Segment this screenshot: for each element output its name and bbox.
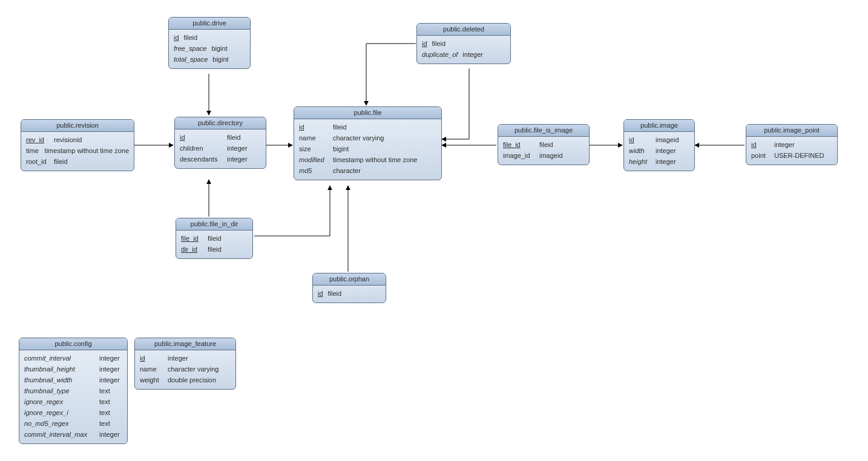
table-title: public.orphan xyxy=(313,273,386,286)
table-row: timetimestamp without time zone xyxy=(26,145,129,156)
table-title: public.image xyxy=(624,120,694,132)
table-row: total_spacebigint xyxy=(174,54,245,65)
table-row: image_idimageid xyxy=(503,150,584,161)
table-row: commit_interval_maxinteger xyxy=(24,429,122,440)
table-body: idfileid xyxy=(313,286,386,302)
table-row: widthinteger xyxy=(629,145,689,156)
table-public-image-point[interactable]: public.image_point idinteger pointUSER-D… xyxy=(746,124,838,165)
table-row: descendantsinteger xyxy=(180,154,261,165)
table-row: heightinteger xyxy=(629,156,689,167)
table-body: idinteger namecharacter varying weightdo… xyxy=(135,350,235,389)
table-row: md5character xyxy=(299,165,436,176)
table-title: public.image_point xyxy=(746,125,837,137)
table-title: public.revision xyxy=(21,120,134,132)
table-public-orphan[interactable]: public.orphan idfileid xyxy=(312,273,386,303)
erd-edges xyxy=(0,0,868,461)
table-public-config[interactable]: public.config commit_intervalinteger thu… xyxy=(19,338,128,444)
table-title: public.file_is_image xyxy=(498,125,589,137)
table-body: idfileid namecharacter varying sizebigin… xyxy=(294,119,441,180)
table-row: weightdouble precision xyxy=(140,374,231,385)
table-row: idinteger xyxy=(751,139,832,150)
table-title: public.drive xyxy=(169,18,250,30)
table-title: public.file xyxy=(294,107,441,119)
table-row: idinteger xyxy=(140,353,231,364)
table-body: idimageid widthinteger heightinteger xyxy=(624,132,694,171)
table-public-file-is-image[interactable]: public.file_is_image file_idfileid image… xyxy=(498,124,590,165)
table-public-deleted[interactable]: public.deleted idfileid duplicate_ofinte… xyxy=(416,23,511,64)
table-row: idfileid xyxy=(318,288,381,299)
table-body: commit_intervalinteger thumbnail_heighti… xyxy=(19,350,127,443)
table-row: file_idfileid xyxy=(503,139,584,150)
table-row: ignore_regextext xyxy=(24,396,122,407)
table-row: file_idfileid xyxy=(181,233,248,244)
table-row: idimageid xyxy=(629,134,689,145)
table-body: file_idfileid dir_idfileid xyxy=(176,230,252,258)
table-row: dir_idfileid xyxy=(181,244,248,255)
table-public-file-in-dir[interactable]: public.file_in_dir file_idfileid dir_idf… xyxy=(176,218,253,259)
table-row: thumbnail_widthinteger xyxy=(24,374,122,385)
table-row: modifiedtimestamp without time zone xyxy=(299,154,436,165)
table-title: public.image_feature xyxy=(135,338,235,350)
table-row: idfileid xyxy=(180,132,261,143)
table-public-image-feature[interactable]: public.image_feature idinteger namechara… xyxy=(134,338,236,390)
table-row: duplicate_ofinteger xyxy=(422,49,505,60)
table-row: root_idfileid xyxy=(26,156,129,167)
table-title: public.file_in_dir xyxy=(176,218,252,230)
table-public-file[interactable]: public.file idfileid namecharacter varyi… xyxy=(294,106,442,180)
table-title: public.directory xyxy=(175,117,266,129)
table-row: thumbnail_heightinteger xyxy=(24,364,122,374)
table-row: rev_idrevisionid xyxy=(26,134,129,145)
table-row: sizebigint xyxy=(299,143,436,154)
table-row: no_md5_regextext xyxy=(24,418,122,429)
table-row: idfileid xyxy=(422,38,505,49)
table-body: idinteger pointUSER-DEFINED xyxy=(746,137,837,165)
table-body: rev_idrevisionid timetimestamp without t… xyxy=(21,132,134,171)
table-public-image[interactable]: public.image idimageid widthinteger heig… xyxy=(623,119,695,171)
table-row: namecharacter varying xyxy=(140,364,231,374)
table-row: free_spacebigint xyxy=(174,43,245,54)
table-row: idfileid xyxy=(174,32,245,43)
table-title: public.config xyxy=(19,338,127,350)
table-body: file_idfileid image_idimageid xyxy=(498,137,589,165)
table-row: childreninteger xyxy=(180,143,261,154)
table-public-directory[interactable]: public.directory idfileid childrenintege… xyxy=(174,117,266,169)
table-row: pointUSER-DEFINED xyxy=(751,150,832,161)
table-row: ignore_regex_itext xyxy=(24,407,122,418)
table-body: idfileid free_spacebigint total_spacebig… xyxy=(169,30,250,68)
table-row: namecharacter varying xyxy=(299,132,436,143)
table-row: thumbnail_typetext xyxy=(24,385,122,396)
table-public-revision[interactable]: public.revision rev_idrevisionid timetim… xyxy=(21,119,134,171)
table-title: public.deleted xyxy=(417,24,510,36)
table-public-drive[interactable]: public.drive idfileid free_spacebigint t… xyxy=(168,17,251,69)
table-row: commit_intervalinteger xyxy=(24,353,122,364)
table-row: idfileid xyxy=(299,122,436,132)
table-body: idfileid duplicate_ofinteger xyxy=(417,36,510,64)
table-body: idfileid childreninteger descendantsinte… xyxy=(175,129,266,168)
